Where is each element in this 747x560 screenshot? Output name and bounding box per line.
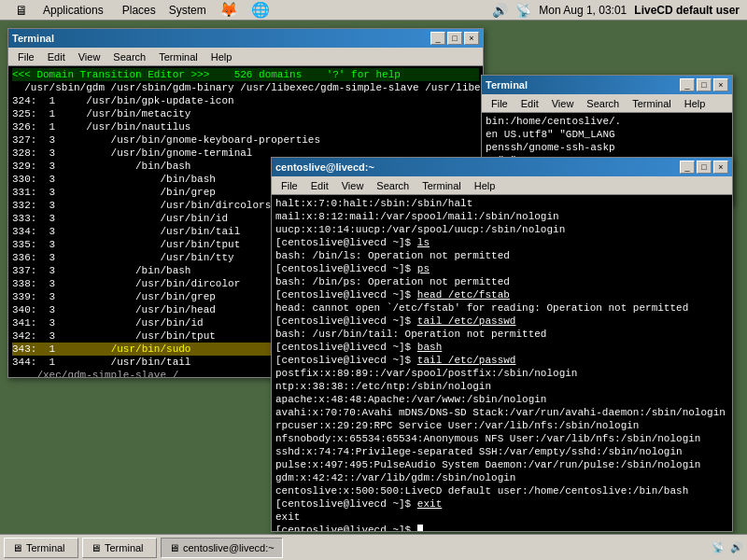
menu-search[interactable]: Search [107, 50, 151, 63]
taskbar-btn-terminal1[interactable]: 🖥 Terminal [4, 538, 78, 558]
terminal-line: avahi:x:70:70:Avahi mDNS/DNS-SD Stack:/v… [275, 406, 728, 419]
terminal3-icon: 🖥 [169, 542, 179, 553]
terminal-line: uucp:x:10:14:uucp:/var/spool/uucp:/sbin/… [275, 223, 728, 236]
taskbar-terminal3-label: centoslive@livecd:~ [183, 542, 275, 553]
terminal-line: bash: /usr/bin/tail: Operation not permi… [275, 328, 728, 341]
taskbar-btn-terminal3[interactable]: 🖥 centoslive@livecd:~ [161, 538, 283, 558]
terminal-line: [centoslive@livecd ~]$ ps [275, 262, 728, 275]
topbar-icon-firefox[interactable]: 🦊 [214, 0, 244, 21]
menu-help-f[interactable]: Help [469, 179, 501, 192]
menu-view[interactable]: View [73, 50, 106, 63]
terminal-line: nfsnobody:x:65534:65534:Anonymous NFS Us… [275, 432, 728, 445]
terminal-line: 324: 1 /usr/bin/gpk-update-icon [12, 94, 479, 107]
terminal-line: mail:x:8:12:mail:/var/spool/mail:/sbin/n… [275, 210, 728, 223]
taskbar-icon-network: 📡 [712, 541, 725, 553]
minimize-button[interactable]: _ [430, 32, 445, 45]
menu-edit-f[interactable]: Edit [305, 179, 334, 192]
menu-file[interactable]: File [12, 50, 40, 63]
terminal-line: [centoslive@livecd ~]$ head /etc/fstab [275, 288, 728, 301]
terminal-line: [centoslive@livecd ~]$ ls [275, 236, 728, 249]
terminal-bg-title: Terminal [12, 33, 54, 44]
terminal-front-titlebar[interactable]: centoslive@livecd:~ _ □ × [272, 158, 732, 176]
terminal-line: centoslive:x:500:500:LiveCD default user… [275, 484, 728, 497]
terminal-line: [centoslive@livecd ~]$ tail /etc/passwd [275, 354, 728, 367]
terminal-right-controls: _ □ × [680, 78, 728, 91]
taskbar-terminal2-label: Terminal [105, 542, 144, 553]
terminal-line: ntp:x:38:38::/etc/ntp:/sbin/nologin [275, 380, 728, 393]
terminal-line: 327: 3 /usr/bin/gnome-keyboard-propertie… [12, 133, 479, 147]
terminal-line: apache:x:48:48:Apache:/var/www:/sbin/nol… [275, 393, 728, 406]
terminal-front-menubar: File Edit View Search Terminal Help [272, 176, 732, 195]
menu-search-f[interactable]: Search [371, 179, 415, 192]
terminal-line: penssh/gnome-ssh-askp [486, 141, 728, 154]
menu-edit[interactable]: Edit [42, 50, 71, 63]
menu-help[interactable]: Help [205, 50, 238, 63]
maximize-button-f[interactable]: □ [697, 161, 712, 174]
terminal-line: 326: 1 /usr/bin/nautilus [12, 120, 479, 133]
domain-editor-header: <<< Domain Transition Editor >>> 526 dom… [12, 68, 479, 81]
terminal-line: postfix:x:89:89::/var/spool/postfix:/sbi… [275, 367, 728, 380]
terminal-line: head: cannot open `/etc/fstab' for readi… [275, 301, 728, 315]
menu-file-r[interactable]: File [486, 97, 514, 110]
terminal-bg-controls: _ □ × [430, 32, 479, 45]
terminal-bg-titlebar[interactable]: Terminal _ □ × [8, 29, 483, 48]
terminal-front-title: centoslive@livecd:~ [275, 161, 374, 173]
topbar-user: LiveCD default user [634, 4, 740, 17]
apps-icon: 🖥 [9, 1, 34, 20]
topbar-menu: 🖥 Applications Places System 🦊 🌐 [0, 0, 275, 21]
topbar: 🖥 Applications Places System 🦊 🌐 🔊 📡 Mon… [0, 0, 747, 21]
taskbar-terminal1-label: Terminal [26, 542, 65, 553]
terminal-line: en US.utf8" "GDM_LANG [486, 128, 728, 141]
taskbar-btn-terminal2[interactable]: 🖥 Terminal [82, 538, 157, 558]
topbar-menu-item-apps[interactable]: 🖥 Applications [4, 0, 115, 21]
terminal2-icon: 🖥 [91, 542, 101, 553]
menu-file-f[interactable]: File [275, 179, 303, 192]
close-button[interactable]: × [464, 32, 479, 45]
menu-terminal-f[interactable]: Terminal [416, 179, 467, 192]
topbar-icon-network[interactable]: 🌐 [246, 0, 275, 21]
terminal1-icon: 🖥 [12, 542, 22, 553]
taskbar: 🖥 Terminal 🖥 Terminal 🖥 centoslive@livec… [0, 534, 747, 560]
terminal-prompt: [centoslive@livecd ~]$ [275, 524, 728, 531]
topbar-icon-volume[interactable]: 🔊 [492, 3, 508, 18]
menu-search-r[interactable]: Search [581, 97, 625, 110]
terminal-line: bash: /bin/ps: Operation not permitted [275, 275, 728, 288]
terminal-line: bin:/home/centoslive/. [486, 115, 728, 128]
terminal-line: rpcuser:x:29:29:RPC Service User:/var/li… [275, 419, 728, 432]
terminal-line: /usr/sbin/gdm /usr/sbin/gdm-binary /usr/… [12, 81, 479, 94]
topbar-menu-item-places[interactable]: Places [117, 2, 162, 19]
menu-terminal[interactable]: Terminal [153, 50, 204, 63]
menu-edit-r[interactable]: Edit [515, 97, 544, 110]
topbar-menu-item-system[interactable]: System [163, 2, 212, 19]
terminal-right-titlebar[interactable]: Terminal _ □ × [482, 76, 732, 94]
terminal-right-menubar: File Edit View Search Terminal Help [482, 94, 732, 113]
terminal-line: bash: /bin/ls: Operation not permitted [275, 249, 728, 262]
maximize-button-r[interactable]: □ [697, 78, 712, 91]
topbar-datetime: Mon Aug 1, 03:01 [539, 4, 627, 17]
terminal-line: [centoslive@livecd ~]$ bash [275, 341, 728, 354]
terminal-front-window: centoslive@livecd:~ _ □ × File Edit View… [271, 157, 733, 532]
terminal-front-controls: _ □ × [680, 161, 728, 174]
terminal-front-content[interactable]: halt:x:7:0:halt:/sbin:/sbin/halt mail:x:… [272, 195, 732, 531]
terminal-line: gdm:x:42:42::/var/lib/gdm:/sbin/nologin [275, 471, 728, 484]
terminal-line: pulse:x:497:495:PulseAudio System Daemon… [275, 458, 728, 471]
taskbar-volume: 🔊 [730, 541, 743, 553]
minimize-button-f[interactable]: _ [680, 161, 695, 174]
minimize-button-r[interactable]: _ [680, 78, 695, 91]
close-button-r[interactable]: × [713, 78, 728, 91]
menu-view-r[interactable]: View [546, 97, 580, 110]
terminal-line: [centoslive@livecd ~]$ tail /etc/passwd [275, 315, 728, 328]
menu-terminal-r[interactable]: Terminal [627, 97, 677, 110]
terminal-line: halt:x:7:0:halt:/sbin:/sbin/halt [275, 197, 728, 210]
terminal-line: 325: 1 /usr/bin/metacity [12, 107, 479, 120]
terminal-right-title: Terminal [486, 79, 528, 91]
topbar-icon-network2[interactable]: 📡 [515, 3, 531, 18]
menu-view-f[interactable]: View [336, 179, 370, 192]
terminal-line: sshd:x:74:74:Privilege-separated SSH:/va… [275, 445, 728, 458]
terminal-line: exit [275, 511, 728, 524]
menu-help-r[interactable]: Help [679, 97, 712, 110]
maximize-button[interactable]: □ [447, 32, 462, 45]
terminal-line: [centoslive@livecd ~]$ exit [275, 497, 728, 511]
terminal-bg-menubar: File Edit View Search Terminal Help [8, 48, 483, 66]
close-button-f[interactable]: × [713, 161, 728, 174]
